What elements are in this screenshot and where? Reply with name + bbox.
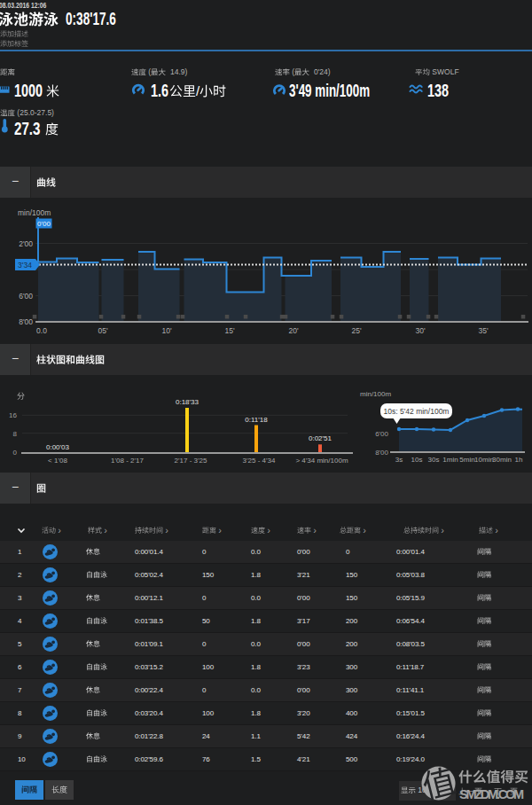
svg-text:5min: 5min [459,456,474,464]
svg-text:0: 0 [13,449,18,457]
svg-text:SMZDM.COM: SMZDM.COM [459,787,524,801]
svg-text:16: 16 [9,411,17,419]
svg-text:0.0: 0.0 [36,326,47,335]
svg-text:0:11'18: 0:11'18 [245,416,268,424]
svg-text:05': 05' [98,326,107,335]
svg-text:1min: 1min [442,456,458,464]
svg-text:30min: 30min [492,456,512,464]
svg-text:8'00: 8'00 [375,449,388,457]
svg-text:35': 35' [478,326,488,335]
svg-text:min/100m: min/100m [18,208,51,217]
svg-text:0'00: 0'00 [37,220,51,228]
svg-text:min/100m: min/100m [360,390,391,398]
svg-text:0:18'33: 0:18'33 [176,398,200,406]
svg-text:8'00: 8'00 [19,317,33,326]
svg-text:2'17 - 3'25: 2'17 - 3'25 [175,457,207,465]
svg-text:6'00: 6'00 [375,430,388,438]
svg-text:10min: 10min [474,456,494,464]
svg-text:1'08 - 2'17: 1'08 - 2'17 [111,457,144,465]
svg-text:20': 20' [288,326,298,335]
svg-text:> 4'34 min/100m: > 4'34 min/100m [295,457,348,465]
svg-text:0:02'51: 0:02'51 [309,434,332,442]
svg-text:30': 30' [415,326,425,335]
svg-text:8: 8 [13,430,18,438]
svg-text:< 1'08: < 1'08 [48,457,67,465]
svg-text:3'34: 3'34 [18,261,32,270]
svg-text:10': 10' [161,326,171,335]
svg-text:3s: 3s [395,456,403,464]
svg-text:3'25 - 4'34: 3'25 - 4'34 [243,457,276,465]
svg-text:30s: 30s [428,456,440,464]
svg-text:10s: 10s [411,456,423,464]
svg-text:15': 15' [224,326,234,335]
svg-text:6'00: 6'00 [19,292,33,301]
svg-text:10s: 5'42 min/100m: 10s: 5'42 min/100m [384,407,450,416]
svg-text:1h: 1h [515,456,523,464]
svg-text:25': 25' [351,326,361,335]
svg-text:0:00'03: 0:00'03 [46,443,70,451]
svg-text:2'00: 2'00 [19,239,33,248]
